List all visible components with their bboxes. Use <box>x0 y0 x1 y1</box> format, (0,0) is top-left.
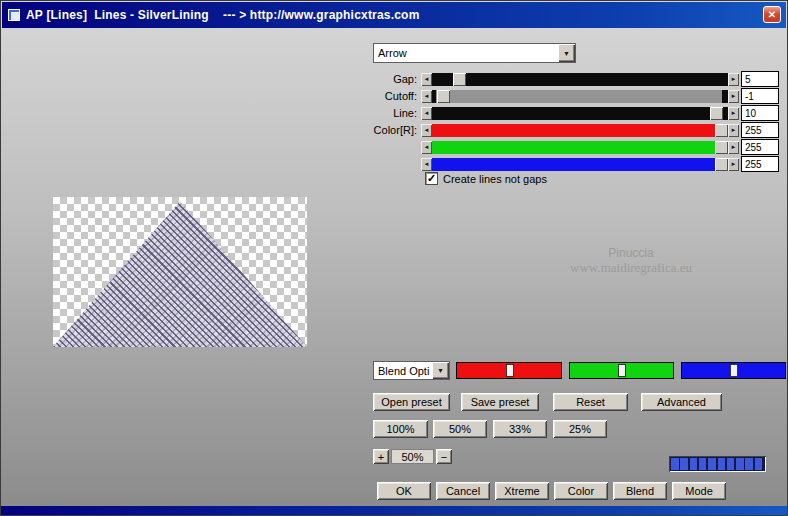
color-g-handle[interactable] <box>715 141 728 154</box>
slider-left-arrow-icon[interactable]: ◄ <box>421 124 432 137</box>
zoom-50-button[interactable]: 50% <box>433 420 487 438</box>
gap-label: Gap: <box>353 73 421 85</box>
preview-image <box>53 197 307 347</box>
color-r-handle[interactable] <box>715 124 728 137</box>
blend-button[interactable]: Blend <box>613 482 667 500</box>
color-r-slider[interactable]: ◄ ► <box>421 124 739 137</box>
cutoff-track[interactable] <box>432 90 728 103</box>
blue-channel-handle[interactable] <box>730 364 738 377</box>
zoom-33-button[interactable]: 33% <box>493 420 547 438</box>
line-track[interactable] <box>432 107 728 120</box>
watermark: Pinuccia www.maidiregrafica.eu <box>536 246 726 276</box>
gap-value-field[interactable] <box>741 71 779 87</box>
slider-right-arrow-icon[interactable]: ► <box>728 73 739 86</box>
reset-button[interactable]: Reset <box>553 393 628 411</box>
cutoff-slider[interactable]: ◄ ► <box>421 90 739 103</box>
slider-left-arrow-icon[interactable]: ◄ <box>421 90 432 103</box>
create-lines-checkbox[interactable]: ✓ Create lines not gaps <box>425 172 547 185</box>
advanced-button[interactable]: Advanced <box>641 393 722 411</box>
slider-left-arrow-icon[interactable]: ◄ <box>421 158 432 171</box>
red-channel-handle[interactable] <box>506 364 514 377</box>
cutoff-row: Cutoff: ◄ ► <box>353 88 779 104</box>
slider-right-arrow-icon[interactable]: ► <box>728 107 739 120</box>
color-r-track[interactable] <box>432 124 728 137</box>
blend-options-value: Blend Opti <box>374 365 432 377</box>
gap-row: Gap: ◄ ► <box>353 71 779 87</box>
zoom-in-button[interactable]: + <box>373 449 389 464</box>
titlebar[interactable]: AP [Lines] Lines - SilverLining --- > ht… <box>2 2 786 28</box>
color-r-value-field[interactable] <box>741 122 779 138</box>
color-g-track[interactable] <box>432 141 728 154</box>
cancel-button[interactable]: Cancel <box>436 482 490 500</box>
green-channel-handle[interactable] <box>618 364 626 377</box>
slider-right-arrow-icon[interactable]: ► <box>728 141 739 154</box>
zoom-out-button[interactable]: − <box>436 449 452 464</box>
watermark-line2: www.maidiregrafica.eu <box>536 260 726 276</box>
mode-button[interactable]: Mode <box>672 482 726 500</box>
color-r-label: Color[R]: <box>353 124 421 136</box>
window-title: AP [Lines] Lines - SilverLining --- > ht… <box>26 8 420 22</box>
green-channel-slider[interactable] <box>569 362 674 379</box>
watermark-line1: Pinuccia <box>536 246 726 260</box>
chevron-down-icon[interactable]: ▼ <box>432 362 449 379</box>
xtreme-button[interactable]: Xtreme <box>495 482 549 500</box>
plugin-dialog: AP [Lines] Lines - SilverLining --- > ht… <box>0 0 788 516</box>
cutoff-label: Cutoff: <box>353 90 421 102</box>
progress-bar-fill <box>671 458 764 470</box>
pattern-triangle <box>53 197 307 347</box>
open-preset-button[interactable]: Open preset <box>373 393 450 411</box>
red-channel-slider[interactable] <box>456 362 562 379</box>
bottom-strip <box>1 506 787 515</box>
slider-right-arrow-icon[interactable]: ► <box>728 124 739 137</box>
gap-handle[interactable] <box>453 73 466 86</box>
shape-dropdown-value: Arrow <box>374 47 558 59</box>
checkbox-check-icon[interactable]: ✓ <box>425 172 438 185</box>
color-b-value-field[interactable] <box>741 156 779 172</box>
line-value-field[interactable] <box>741 105 779 121</box>
close-button[interactable]: ✕ <box>763 6 781 23</box>
cutoff-handle[interactable] <box>437 90 450 103</box>
gap-slider[interactable]: ◄ ► <box>421 73 739 86</box>
save-preset-button[interactable]: Save preset <box>461 393 539 411</box>
slider-left-arrow-icon[interactable]: ◄ <box>421 73 432 86</box>
slider-right-arrow-icon[interactable]: ► <box>728 158 739 171</box>
color-g-value-field[interactable] <box>741 139 779 155</box>
shape-dropdown[interactable]: Arrow ▼ <box>373 43 576 63</box>
color-r-row: Color[R]: ◄ ► <box>353 122 779 138</box>
ok-button[interactable]: OK <box>377 482 431 500</box>
zoom-level: 50% <box>391 449 434 464</box>
color-b-track[interactable] <box>432 158 728 171</box>
slider-left-arrow-icon[interactable]: ◄ <box>421 107 432 120</box>
create-lines-checkbox-label: Create lines not gaps <box>443 173 547 185</box>
color-b-row: ◄ ► <box>353 156 779 172</box>
zoom-25-button[interactable]: 25% <box>553 420 607 438</box>
blend-options-dropdown[interactable]: Blend Opti ▼ <box>373 361 450 380</box>
app-icon <box>8 9 20 21</box>
color-g-row: ◄ ► <box>353 139 779 155</box>
color-b-slider[interactable]: ◄ ► <box>421 158 739 171</box>
slider-left-arrow-icon[interactable]: ◄ <box>421 141 432 154</box>
cutoff-value-field[interactable] <box>741 88 779 104</box>
blue-channel-slider[interactable] <box>681 362 786 379</box>
line-slider[interactable]: ◄ ► <box>421 107 739 120</box>
line-row: Line: ◄ ► <box>353 105 779 121</box>
line-label: Line: <box>353 107 421 119</box>
line-handle[interactable] <box>710 107 723 120</box>
color-g-slider[interactable]: ◄ ► <box>421 141 739 154</box>
progress-bar <box>669 456 766 472</box>
zoom-100-button[interactable]: 100% <box>373 420 428 438</box>
slider-right-arrow-icon[interactable]: ► <box>728 90 739 103</box>
chevron-down-icon[interactable]: ▼ <box>558 44 575 62</box>
color-b-handle[interactable] <box>715 158 728 171</box>
color-button[interactable]: Color <box>554 482 608 500</box>
gap-track[interactable] <box>432 73 728 86</box>
